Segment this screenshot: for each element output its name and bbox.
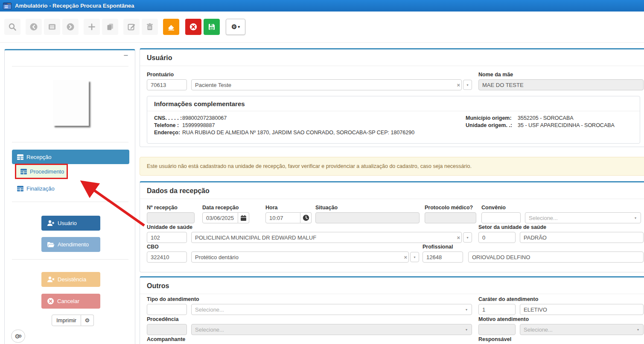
list-button[interactable] bbox=[44, 19, 60, 35]
collapse-panel-button[interactable]: − bbox=[123, 51, 128, 60]
toolbar: ⚙▾ bbox=[0, 12, 644, 43]
folder-open-icon bbox=[47, 242, 55, 248]
tipo-atendimento-select[interactable]: Selecione... ▾ bbox=[191, 304, 472, 315]
edit-button[interactable] bbox=[123, 19, 140, 35]
caret-down-icon: ▾ bbox=[238, 25, 240, 29]
nome-mae-input bbox=[478, 79, 644, 90]
hora-input[interactable] bbox=[265, 212, 300, 223]
button-label: Desistência bbox=[58, 276, 86, 283]
n-recepcao-label: Nº recepção bbox=[147, 205, 195, 211]
endereco-value: RUA RUBIAO DE ALMEIDA Nº 1870, JARDIM SA… bbox=[182, 130, 414, 136]
caret-down-icon: ▾ bbox=[414, 255, 415, 259]
motivo-input bbox=[478, 324, 516, 335]
list-icon bbox=[48, 23, 56, 31]
clock-button[interactable] bbox=[300, 212, 312, 223]
cbo-cod-input[interactable] bbox=[147, 251, 187, 263]
clear-x-icon[interactable]: × bbox=[404, 254, 407, 260]
clock-icon bbox=[303, 214, 309, 221]
search-button[interactable] bbox=[4, 19, 20, 35]
save-button[interactable] bbox=[204, 19, 220, 35]
acompanhante-label: Acompanhante bbox=[147, 336, 442, 342]
protocolo-medico-label: Protocolo médico? bbox=[425, 205, 476, 211]
procedencia-label: Procedência bbox=[147, 316, 472, 322]
unidade-saude-nome-input[interactable] bbox=[191, 232, 462, 243]
usuario-action-button[interactable]: Usuário bbox=[41, 216, 100, 231]
patient-photo-placeholder bbox=[53, 80, 89, 126]
next-button[interactable] bbox=[62, 19, 79, 35]
usuario-panel-title: Usuário bbox=[140, 49, 644, 66]
table-icon bbox=[17, 154, 23, 160]
cancelar-action-button[interactable]: Cancelar bbox=[41, 294, 100, 309]
sidebar-item-recepcao[interactable]: Recepção bbox=[12, 150, 129, 164]
imprimir-button[interactable]: Imprimir bbox=[52, 315, 81, 326]
convenio-select[interactable]: Selecione... ▾ bbox=[525, 212, 641, 223]
carater-cod-input[interactable] bbox=[478, 304, 516, 315]
atendimento-action-button[interactable]: Atendimento bbox=[41, 237, 100, 252]
user-plus-icon bbox=[47, 220, 55, 226]
table-icon bbox=[17, 186, 23, 191]
button-label: Usuário bbox=[58, 220, 77, 226]
print-settings-button[interactable]: ⚙ bbox=[81, 315, 94, 326]
gear-small-icon: ⚙ bbox=[18, 334, 20, 338]
unidade-saude-dropdown-button[interactable]: ▾ bbox=[463, 232, 472, 243]
settings-gears-button[interactable]: ⚙⚙ bbox=[11, 330, 25, 343]
settings-dropdown-button[interactable]: ⚙▾ bbox=[226, 19, 245, 35]
informacoes-complementares-box: Informações complementares CNS. . . . . … bbox=[147, 96, 640, 144]
cancel-record-button[interactable] bbox=[185, 19, 201, 35]
paciente-dropdown-button[interactable]: ▾ bbox=[463, 80, 472, 90]
procedencia-input bbox=[147, 324, 187, 335]
info-left-column: CNS. . . . . :898002072380067 Telefone :… bbox=[154, 115, 466, 137]
responsavel-label: Responsável bbox=[478, 336, 644, 342]
profissional-nome-input[interactable] bbox=[468, 251, 644, 263]
unidade-saude-label: Unidade de saúde bbox=[147, 224, 472, 230]
situacao-input bbox=[315, 212, 420, 223]
motivo-atendimento-label: Motivo atendimento bbox=[478, 316, 644, 322]
button-label: Atendimento bbox=[58, 241, 89, 248]
calendar-button[interactable] bbox=[238, 212, 249, 223]
setor-unidade-label: Setor da unidade de saúde bbox=[478, 224, 644, 230]
paciente-input[interactable] bbox=[191, 79, 462, 90]
convenio-input[interactable] bbox=[481, 212, 521, 223]
endereco-label: Endereço: bbox=[154, 130, 182, 136]
caret-down-icon: ▾ bbox=[466, 236, 468, 240]
trash-icon bbox=[146, 23, 154, 31]
select-placeholder: Selecione... bbox=[524, 327, 553, 333]
delete-button[interactable] bbox=[142, 19, 158, 35]
unidade-origem-label: Unidade origem. .: bbox=[466, 122, 518, 128]
tipo-atendimento-input[interactable] bbox=[147, 304, 187, 315]
select-placeholder: Selecione... bbox=[195, 306, 224, 313]
municipio-origem-label: Município origem: bbox=[466, 115, 518, 121]
search-icon bbox=[8, 23, 17, 31]
clear-button[interactable] bbox=[163, 19, 179, 35]
clear-x-icon[interactable]: × bbox=[457, 82, 460, 88]
add-button[interactable] bbox=[84, 19, 100, 35]
cbo-nome-input[interactable] bbox=[191, 251, 409, 263]
carater-nome-input[interactable] bbox=[520, 304, 644, 315]
setor-nome-input[interactable] bbox=[520, 232, 644, 243]
setor-cod-input[interactable] bbox=[478, 232, 516, 243]
print-group: Imprimir ⚙ bbox=[52, 315, 94, 326]
plus-icon bbox=[87, 23, 96, 31]
prontuario-input[interactable] bbox=[147, 79, 187, 90]
previous-button[interactable] bbox=[26, 19, 42, 35]
cbo-dropdown-button[interactable]: ▾ bbox=[410, 252, 419, 262]
dados-recepcao-title: Dados da recepção bbox=[140, 182, 644, 199]
copy-icon bbox=[106, 23, 114, 31]
gear-icon: ⚙ bbox=[231, 23, 237, 31]
arrow-left-circle-icon bbox=[29, 23, 38, 31]
x-circle-icon bbox=[47, 298, 54, 305]
unidade-saude-cod-input[interactable] bbox=[147, 232, 187, 243]
sidebar-item-procedimento[interactable]: Procedimento bbox=[15, 164, 68, 179]
data-recepcao-input[interactable] bbox=[202, 212, 238, 223]
x-circle-icon bbox=[189, 23, 198, 31]
clear-x-icon[interactable]: × bbox=[457, 234, 460, 241]
desistencia-action-button[interactable]: Desistência bbox=[41, 272, 100, 287]
sidebar-item-label: Procedimento bbox=[30, 168, 64, 175]
copy-button[interactable] bbox=[102, 19, 118, 35]
arrow-right-circle-icon bbox=[66, 23, 75, 31]
hora-label: Hora bbox=[265, 205, 312, 211]
cns-value: 898002072380067 bbox=[182, 115, 227, 121]
profissional-cod-input[interactable] bbox=[423, 251, 463, 263]
sidebar-item-finalizacao[interactable]: Finalização bbox=[12, 182, 129, 194]
profissional-label: Profissional bbox=[423, 244, 644, 250]
